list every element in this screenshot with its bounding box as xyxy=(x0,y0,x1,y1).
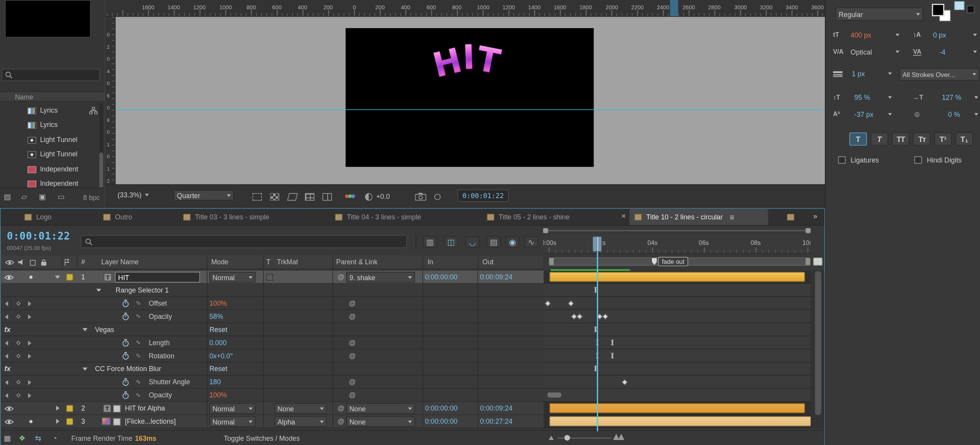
keyframe-icon[interactable] xyxy=(602,313,609,320)
prev-keyframe-icon[interactable] xyxy=(5,354,8,359)
expand-chevron-icon[interactable] xyxy=(55,276,60,279)
name-column-header[interactable]: Name xyxy=(15,93,33,101)
mode-dropdown[interactable]: Normal xyxy=(209,403,256,414)
zoom-out-icon[interactable] xyxy=(549,436,554,440)
pickwhip-icon[interactable]: @ xyxy=(337,404,344,412)
property-value[interactable]: 100% xyxy=(209,391,227,399)
fx-badge[interactable]: fx xyxy=(4,326,10,333)
project-item[interactable]: Lyrics xyxy=(0,118,99,132)
timeline-search-field[interactable] xyxy=(80,235,407,248)
shy-layers-icon[interactable]: ◡ xyxy=(465,236,479,248)
comp-tab-active[interactable]: Title 10 - 2 lines - circular ≡ xyxy=(629,209,768,225)
navigator-handle-left[interactable] xyxy=(543,228,548,233)
hindi-digits-checkbox[interactable] xyxy=(914,156,922,164)
default-colors-swatch[interactable] xyxy=(954,1,965,10)
baseline-shift-value[interactable]: -37 px xyxy=(854,111,873,118)
hold-keyframe-icon[interactable]: I xyxy=(611,352,614,359)
ligatures-checkbox[interactable] xyxy=(838,156,845,164)
font-size-value[interactable]: 400 px xyxy=(851,31,871,39)
parent-dropdown[interactable]: 9. shake xyxy=(346,272,415,282)
effect-name[interactable]: CC Force Motion Blur xyxy=(95,365,161,372)
layer-row[interactable]: 2 T HIT for Alpha Normal None @ None 0:0… xyxy=(1,402,824,415)
horizontal-scale-value[interactable]: 127 % xyxy=(942,94,961,101)
effect-name[interactable]: Vegas xyxy=(95,326,114,333)
property-value[interactable]: 58% xyxy=(209,313,223,320)
small-caps-button[interactable]: Tᴛ xyxy=(913,132,930,145)
switches-pane-icon[interactable]: ▦ xyxy=(4,435,11,442)
parent-column-header[interactable]: Parent & Link xyxy=(336,258,378,265)
channel-blue-icon[interactable] xyxy=(351,194,355,198)
zoom-slider-thumb[interactable] xyxy=(564,435,570,441)
view-layout-icon[interactable] xyxy=(323,193,332,200)
subscript-button[interactable]: T₁ xyxy=(956,132,973,145)
prev-keyframe-icon[interactable] xyxy=(5,314,8,319)
next-keyframe-icon[interactable] xyxy=(28,380,31,385)
scrollbar-thumb[interactable] xyxy=(99,152,103,190)
expand-chevron-icon[interactable] xyxy=(82,368,87,371)
stroke-mode-select[interactable]: All Strokes Over... xyxy=(900,68,980,80)
collapse-chevron-icon[interactable] xyxy=(56,419,59,424)
playhead-handle[interactable] xyxy=(592,236,602,252)
guides-icon[interactable] xyxy=(305,193,314,200)
project-item[interactable]: Light Tunnel xyxy=(0,133,99,147)
property-row[interactable]: ∿ Opacity 58% @ xyxy=(1,310,824,323)
video-column-icon[interactable] xyxy=(5,259,14,265)
t-column-header[interactable]: T xyxy=(266,258,270,265)
exposure-icon[interactable] xyxy=(365,193,372,200)
parent-dropdown[interactable]: None xyxy=(346,403,415,414)
comp-tab[interactable]: Title 03 - 3 lines - simple xyxy=(183,209,269,225)
graph-icon[interactable]: ∿ xyxy=(136,352,141,359)
show-snapshot-icon[interactable] xyxy=(434,194,441,200)
rendertime-pane-icon[interactable]: ◔ xyxy=(53,435,57,442)
interpret-footage-icon[interactable]: ▤ xyxy=(4,193,11,200)
parent-dropdown[interactable]: None xyxy=(346,416,415,427)
solo-dot[interactable] xyxy=(29,420,32,423)
property-row[interactable]: ∿ Opacity 100% @ xyxy=(1,389,824,402)
property-row[interactable]: ∿ Shutter Angle 180 @ xyxy=(1,376,824,389)
stopwatch-icon[interactable] xyxy=(122,378,129,386)
superscript-button[interactable]: T¹ xyxy=(934,132,952,145)
layer-row[interactable]: 1 T HIT Normal @ 9. shake 0:00:00:00 0:0… xyxy=(1,270,824,284)
collapse-chevron-icon[interactable] xyxy=(56,406,59,411)
fill-color-swatch[interactable] xyxy=(932,4,944,16)
property-value[interactable]: 0.000 xyxy=(209,339,226,346)
pickwhip-icon[interactable]: @ xyxy=(349,300,356,307)
pickwhip-icon[interactable]: @ xyxy=(349,391,356,399)
faux-italic-button[interactable]: T xyxy=(871,132,888,145)
next-keyframe-icon[interactable] xyxy=(28,354,31,359)
prev-keyframe-icon[interactable] xyxy=(5,393,8,398)
frame-blend-icon[interactable]: ▤ xyxy=(487,236,501,248)
audio-column-icon[interactable] xyxy=(17,259,24,266)
navigator-handle-right[interactable] xyxy=(806,228,811,233)
group-name[interactable]: Range Selector 1 xyxy=(116,286,169,294)
graph-icon[interactable]: ∿ xyxy=(136,313,141,320)
add-keyframe-icon[interactable] xyxy=(16,380,21,384)
tab-close-icon[interactable]: × xyxy=(621,212,626,220)
out-column-header[interactable]: Out xyxy=(482,258,494,265)
timeline-vscrollbar[interactable] xyxy=(815,271,821,415)
property-row[interactable]: ∿ Rotation 0x+0.0° @ I I xyxy=(1,349,824,363)
layer-duration-bar[interactable] xyxy=(549,416,811,426)
label-color-chip[interactable] xyxy=(66,405,73,412)
keyframe-icon[interactable] xyxy=(576,313,583,320)
layer-name-column-header[interactable]: Layer Name xyxy=(101,258,139,265)
chevron-down-icon[interactable] xyxy=(896,34,900,36)
keyframe-icon[interactable] xyxy=(568,300,574,306)
chevron-down-icon[interactable] xyxy=(896,51,900,53)
solo-dot[interactable] xyxy=(29,276,32,279)
kerning-value[interactable]: Optical xyxy=(851,48,872,55)
graph-icon[interactable]: ∿ xyxy=(136,391,141,398)
project-scrollbar[interactable] xyxy=(99,104,103,191)
out-time[interactable]: 0:00:09:24 xyxy=(480,404,513,412)
pickwhip-icon[interactable]: @ xyxy=(337,418,344,425)
viewer-ruler-horizontal[interactable]: 1600 1400 1200 1000 800 600 400 200 0 20… xyxy=(105,0,825,17)
comp-tab[interactable]: Title 05 - 2 lines - shine xyxy=(487,209,570,225)
inout-pane-icon[interactable]: ⇆ xyxy=(35,435,41,442)
mode-column-header[interactable]: Mode xyxy=(211,258,228,265)
layer-row[interactable]: 3 [Flicke...lections] Normal Alpha @ Non… xyxy=(1,415,824,428)
faux-bold-button[interactable]: T xyxy=(849,132,867,145)
project-item[interactable]: Independent xyxy=(0,163,99,177)
reset-link[interactable]: Reset xyxy=(209,326,227,333)
stroke-width-value[interactable]: 1 px xyxy=(852,70,865,77)
property-name[interactable]: Opacity xyxy=(149,313,172,320)
